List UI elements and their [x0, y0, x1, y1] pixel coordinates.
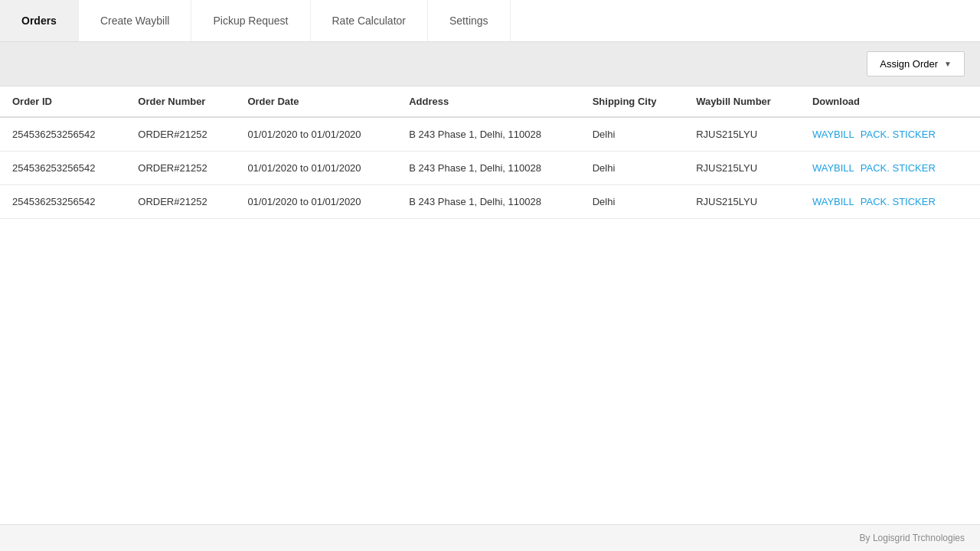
- waybill-link[interactable]: WAYBILL: [812, 196, 854, 207]
- nav-label-orders: Orders: [21, 15, 57, 27]
- cell-order-number: ORDER#21252: [126, 117, 235, 152]
- waybill-link[interactable]: WAYBILL: [812, 162, 854, 174]
- table-row: 254536253256542ORDER#2125201/01/2020 to …: [0, 185, 980, 219]
- col-header-shipping-city: Shipping City: [580, 86, 684, 117]
- orders-table-container: Order ID Order Number Order Date Address…: [0, 86, 980, 524]
- footer-text: By Logisgrid Trchnologies: [860, 533, 965, 543]
- table-row: 254536253256542ORDER#2125201/01/2020 to …: [0, 117, 980, 152]
- assign-order-label: Assign Order: [880, 58, 938, 70]
- cell-order-number: ORDER#21252: [126, 152, 235, 185]
- col-header-order-id: Order ID: [0, 86, 126, 117]
- cell-address: B 243 Phase 1, Delhi, 110028: [397, 152, 580, 185]
- cell-order-date: 01/01/2020 to 01/01/2020: [235, 185, 397, 219]
- cell-order-id: 254536253256542: [0, 117, 126, 152]
- cell-waybill-number: RJUS215LYU: [684, 117, 800, 152]
- cell-shipping-city: Delhi: [580, 152, 684, 185]
- nav-item-orders[interactable]: Orders: [0, 0, 79, 41]
- col-header-address: Address: [397, 86, 580, 117]
- cell-order-date: 01/01/2020 to 01/01/2020: [235, 152, 397, 185]
- pack-sticker-link[interactable]: PACK. STICKER: [861, 162, 936, 174]
- pack-sticker-link[interactable]: PACK. STICKER: [861, 196, 936, 207]
- col-header-download: Download: [800, 86, 980, 117]
- cell-address: B 243 Phase 1, Delhi, 110028: [397, 185, 580, 219]
- cell-waybill-number: RJUS215LYU: [684, 152, 800, 185]
- nav-label-rate-calculator: Rate Calculator: [332, 15, 407, 27]
- cell-address: B 243 Phase 1, Delhi, 110028: [397, 117, 580, 152]
- waybill-link[interactable]: WAYBILL: [812, 129, 854, 140]
- nav-item-settings[interactable]: Settings: [428, 0, 511, 41]
- chevron-down-icon: ▼: [944, 60, 952, 68]
- col-header-order-number: Order Number: [126, 86, 235, 117]
- cell-download: WAYBILLPACK. STICKER: [800, 117, 980, 152]
- pack-sticker-link[interactable]: PACK. STICKER: [861, 129, 936, 140]
- table-header-row: Order ID Order Number Order Date Address…: [0, 86, 980, 117]
- nav-label-pickup-request: Pickup Request: [213, 15, 288, 27]
- cell-download: WAYBILLPACK. STICKER: [800, 152, 980, 185]
- cell-shipping-city: Delhi: [580, 117, 684, 152]
- nav-item-create-waybill[interactable]: Create Waybill: [79, 0, 192, 41]
- cell-order-id: 254536253256542: [0, 152, 126, 185]
- nav-label-settings: Settings: [449, 15, 488, 27]
- cell-shipping-city: Delhi: [580, 185, 684, 219]
- cell-order-number: ORDER#21252: [126, 185, 235, 219]
- toolbar: Assign Order ▼: [0, 42, 980, 86]
- navigation: Orders Create Waybill Pickup Request Rat…: [0, 0, 980, 42]
- col-header-order-date: Order Date: [235, 86, 397, 117]
- footer: By Logisgrid Trchnologies: [0, 524, 980, 551]
- nav-item-rate-calculator[interactable]: Rate Calculator: [311, 0, 429, 41]
- assign-order-button[interactable]: Assign Order ▼: [867, 51, 965, 77]
- cell-order-date: 01/01/2020 to 01/01/2020: [235, 117, 397, 152]
- orders-table: Order ID Order Number Order Date Address…: [0, 86, 980, 219]
- cell-order-id: 254536253256542: [0, 185, 126, 219]
- nav-item-pickup-request[interactable]: Pickup Request: [191, 0, 310, 41]
- col-header-waybill-number: Waybill Number: [684, 86, 800, 117]
- cell-download: WAYBILLPACK. STICKER: [800, 185, 980, 219]
- table-row: 254536253256542ORDER#2125201/01/2020 to …: [0, 152, 980, 185]
- nav-label-create-waybill: Create Waybill: [100, 15, 170, 27]
- cell-waybill-number: RJUS215LYU: [684, 185, 800, 219]
